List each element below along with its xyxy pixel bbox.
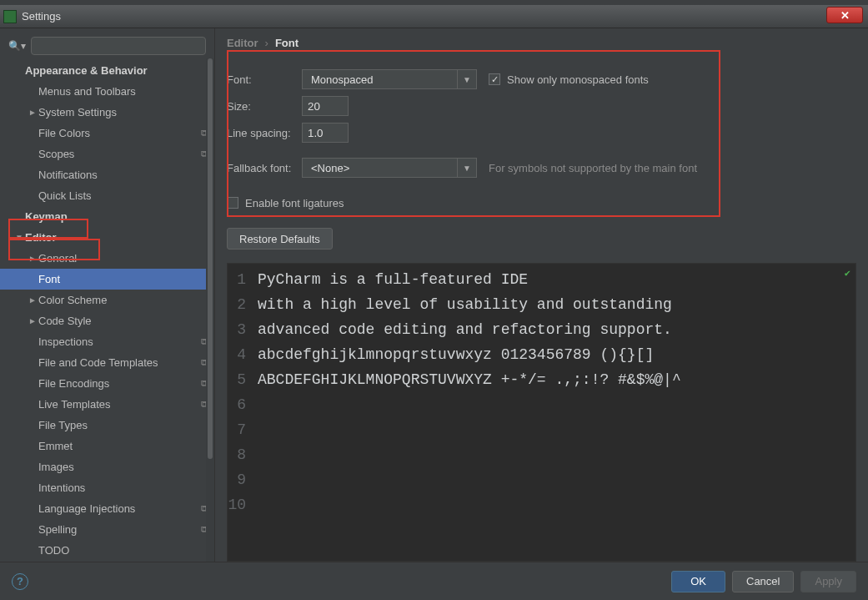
tree-item-file-and-code-templates[interactable]: File and Code Templates⧉	[0, 352, 214, 373]
gutter-line-number: 5	[228, 367, 246, 392]
preview-gutter: 12345678910	[228, 264, 251, 561]
size-input[interactable]	[302, 96, 349, 116]
tree-item-todo[interactable]: TODO	[0, 540, 214, 561]
chevron-right-icon: ►	[28, 108, 38, 117]
tree-item-label: Quick Lists	[38, 189, 208, 202]
tree-item-system-settings[interactable]: ►System Settings	[0, 102, 214, 123]
gutter-line-number: 10	[228, 492, 246, 517]
tree-item-file-encodings[interactable]: File Encodings⧉	[0, 373, 214, 394]
preview-line: PyCharm is a full-featured IDE	[258, 267, 681, 292]
search-icon: 🔍▾	[8, 40, 26, 52]
tree-item-code-style[interactable]: ►Code Style	[0, 310, 214, 331]
font-label: Font:	[227, 73, 302, 86]
tree-item-label: Inspections	[38, 335, 201, 348]
tree-item-label: Font	[38, 273, 208, 285]
font-preview: 12345678910 PyCharm is a full-featured I…	[227, 263, 856, 562]
size-label: Size:	[227, 100, 302, 113]
tree-item-images[interactable]: Images	[0, 456, 214, 477]
gutter-line-number: 1	[228, 267, 246, 292]
tree-item-label: File and Code Templates	[38, 356, 201, 369]
preview-code: PyCharm is a full-featured IDEwith a hig…	[251, 264, 688, 561]
cancel-button[interactable]: Cancel	[732, 571, 794, 592]
tree-item-notifications[interactable]: Notifications	[0, 164, 214, 185]
tree-item-label: General	[38, 252, 208, 265]
font-combo-value: Monospaced	[311, 73, 373, 86]
preview-line: abcdefghijklmnopqrstuvwxyz 0123456789 ()…	[258, 342, 681, 367]
gutter-line-number: 4	[228, 342, 246, 367]
preview-line: ABCDEFGHIJKLMNOPQRSTUVWXYZ +-*/= .,;:!? …	[258, 367, 681, 392]
tree-item-general[interactable]: ►General	[0, 248, 214, 269]
breadcrumb: Editor › Font	[215, 28, 868, 53]
tree-item-appearance-behavior[interactable]: Appearance & Behavior	[0, 60, 214, 81]
tree-item-spelling[interactable]: Spelling⧉	[0, 519, 214, 540]
mono-only-label[interactable]: Show only monospaced fonts	[507, 73, 649, 86]
tree-item-label: Appearance & Behavior	[25, 64, 208, 77]
breadcrumb-current: Font	[275, 37, 299, 49]
restore-defaults-button[interactable]: Restore Defaults	[227, 228, 333, 250]
tree-item-label: File Encodings	[38, 377, 201, 390]
tree-item-intentions[interactable]: Intentions	[0, 477, 214, 498]
gutter-line-number: 8	[228, 442, 246, 467]
tree-item-live-templates[interactable]: Live Templates⧉	[0, 394, 214, 415]
fallback-combo-value: <None>	[311, 162, 349, 174]
tree-item-font[interactable]: Font	[0, 269, 214, 290]
font-combo[interactable]: Monospaced ▼	[302, 69, 477, 89]
tree-item-label: Color Scheme	[38, 294, 208, 306]
chevron-right-icon: ►	[28, 316, 38, 325]
tree-item-label: System Settings	[38, 106, 208, 118]
gutter-line-number: 9	[228, 467, 246, 492]
gutter-line-number: 2	[228, 292, 246, 317]
tree-item-label: Editor	[25, 231, 208, 244]
sidebar-scrollbar-thumb[interactable]	[208, 58, 213, 459]
preview-line: with a high level of usability and outst…	[258, 292, 681, 317]
tree-item-menus-and-toolbars[interactable]: Menus and Toolbars	[0, 81, 214, 102]
close-icon: ✕	[840, 9, 850, 22]
fallback-combo[interactable]: <None> ▼	[302, 158, 477, 178]
tree-item-file-types[interactable]: File Types	[0, 415, 214, 436]
tree-item-label: Images	[38, 461, 208, 473]
tree-item-label: Scopes	[38, 148, 201, 160]
tree-item-label: Language Injections	[38, 502, 201, 515]
chevron-right-icon: ►	[28, 295, 38, 305]
fallback-label: Fallback font:	[227, 162, 302, 174]
ligatures-label[interactable]: Enable font ligatures	[245, 197, 344, 209]
tree-item-label: Spelling	[38, 523, 201, 536]
chevron-down-icon: ▼	[457, 70, 471, 88]
breadcrumb-root[interactable]: Editor	[227, 37, 258, 49]
tree-item-language-injections[interactable]: Language Injections⧉	[0, 498, 214, 519]
tree-item-label: Notifications	[38, 169, 208, 181]
preview-line: advanced code editing and refactoring su…	[258, 317, 681, 342]
app-icon	[3, 10, 17, 23]
tree-item-quick-lists[interactable]: Quick Lists	[0, 185, 214, 206]
gutter-line-number: 3	[228, 317, 246, 342]
ok-button[interactable]: OK	[671, 571, 725, 592]
tree-item-label: Emmet	[38, 440, 208, 452]
tree-item-file-colors[interactable]: File Colors⧉	[0, 123, 214, 144]
sidebar-scrollbar[interactable]	[206, 58, 214, 562]
gutter-line-number: 6	[228, 392, 246, 417]
tree-item-editor[interactable]: ▼Editor	[0, 227, 214, 248]
close-button[interactable]: ✕	[826, 7, 863, 23]
linespacing-input[interactable]	[302, 123, 349, 143]
gutter-line-number: 7	[228, 417, 246, 442]
ligatures-checkbox[interactable]	[227, 197, 238, 209]
settings-tree[interactable]: Appearance & BehaviorMenus and Toolbars►…	[0, 60, 214, 562]
titlebar: Settings ✕	[0, 5, 868, 28]
tree-item-keymap[interactable]: Keymap	[0, 206, 214, 227]
fallback-hint: For symbols not supported by the main fo…	[489, 162, 697, 174]
dialog-footer: ? OK Cancel Apply	[0, 562, 868, 600]
tree-item-label: Live Templates	[38, 398, 201, 411]
chevron-down-icon: ▼	[15, 233, 25, 242]
mono-only-checkbox[interactable]	[489, 73, 500, 85]
apply-button[interactable]: Apply	[800, 571, 856, 592]
font-form: Font: Monospaced ▼ Show only monospaced …	[215, 53, 868, 223]
tree-item-color-scheme[interactable]: ►Color Scheme	[0, 290, 214, 310]
tree-item-label: File Types	[38, 419, 208, 431]
tree-item-label: Keymap	[25, 210, 208, 223]
tree-item-inspections[interactable]: Inspections⧉	[0, 331, 214, 352]
tree-item-emmet[interactable]: Emmet	[0, 436, 214, 456]
help-button[interactable]: ?	[12, 573, 28, 590]
tree-item-scopes[interactable]: Scopes⧉	[0, 144, 214, 164]
tree-item-label: TODO	[38, 544, 208, 557]
settings-search-input[interactable]	[31, 37, 206, 55]
